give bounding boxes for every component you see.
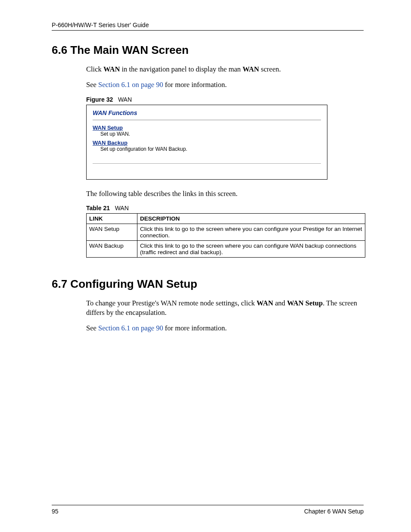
page-footer: 95 Chapter 6 WAN Setup: [52, 505, 364, 515]
table-intro-text: The following table describes the links …: [86, 189, 364, 199]
figure-name: WAN: [118, 96, 132, 103]
text: for more information.: [163, 81, 227, 89]
wan-setup-link[interactable]: WAN Setup: [93, 124, 321, 131]
chapter-label: Chapter 6 WAN Setup: [304, 508, 364, 515]
cell-link: WAN Backup: [87, 240, 137, 257]
table-row: WAN Setup Click this link to go to the s…: [87, 224, 365, 240]
cross-ref-link[interactable]: Section 6.1 on page 90: [98, 324, 163, 332]
cell-desc: Click this link to go to the screen wher…: [137, 224, 365, 240]
figure-32-box: WAN Functions WAN Setup Set up WAN. WAN …: [86, 105, 327, 180]
table-21: LINK DESCRIPTION WAN Setup Click this li…: [86, 213, 365, 258]
text: for more information.: [163, 324, 227, 332]
table-label: Table 21: [86, 205, 110, 212]
section-6-6-title: 6.6 The Main WAN Screen: [52, 44, 364, 57]
bold-wan: WAN: [243, 65, 259, 73]
figure-label: Figure 32: [86, 96, 113, 103]
text: screen.: [259, 65, 280, 73]
wan-backup-link[interactable]: WAN Backup: [93, 140, 321, 146]
cell-link: WAN Setup: [87, 224, 137, 240]
section-6-6-p2: See Section 6.1 on page 90 for more info…: [86, 80, 364, 90]
figure-32-caption: Figure 32 WAN: [86, 96, 364, 103]
text: See: [86, 324, 98, 332]
th-link: LINK: [87, 213, 137, 224]
section-6-7-p2: See Section 6.1 on page 90 for more info…: [86, 324, 364, 333]
table-header-row: LINK DESCRIPTION: [87, 213, 365, 224]
wan-setup-desc: Set up WAN.: [100, 131, 321, 137]
cross-ref-link[interactable]: Section 6.1 on page 90: [98, 81, 163, 89]
section-6-6-p1: Click WAN in the navigation panel to dis…: [86, 65, 364, 74]
bold-wan: WAN: [103, 65, 120, 73]
table-row: WAN Backup Click this link to go to the …: [87, 240, 365, 257]
text: Click: [86, 65, 103, 73]
divider: [93, 163, 321, 164]
text: To change your Prestige's WAN remote nod…: [86, 299, 257, 307]
cell-desc: Click this link to go to the screen wher…: [137, 240, 365, 257]
running-header: P-660H/HW/W-T Series User' Guide: [52, 22, 364, 31]
text: in the navigation panel to display the m…: [120, 65, 243, 73]
th-description: DESCRIPTION: [137, 213, 365, 224]
page-number: 95: [52, 508, 59, 515]
text: and: [273, 299, 287, 307]
wan-functions-heading: WAN Functions: [93, 109, 321, 120]
section-6-7-p1: To change your Prestige's WAN remote nod…: [86, 299, 364, 318]
text: See: [86, 81, 98, 89]
bold-wan: WAN: [257, 299, 274, 307]
wan-backup-desc: Set up configuration for WAN Backup.: [100, 146, 321, 152]
table-21-caption: Table 21 WAN: [86, 205, 364, 212]
table-name: WAN: [115, 205, 129, 212]
section-6-7-title: 6.7 Configuring WAN Setup: [52, 277, 364, 291]
bold-wan-setup: WAN Setup: [287, 299, 323, 307]
